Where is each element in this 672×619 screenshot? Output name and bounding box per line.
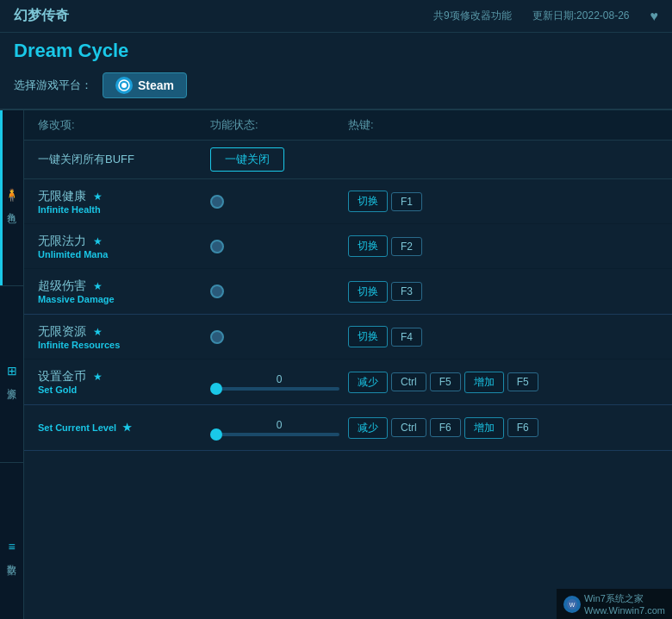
mod-zh-infinite-health: 无限健康 ★ [38, 189, 210, 204]
mod-en-infinite-resources: Infinite Resources [38, 340, 210, 350]
switch-btn-unlimited-mana[interactable]: 切换 [348, 235, 388, 257]
main-area: 🧍 角色 ⊞ 资源 ≡ 数据 修改项: 功能状态: 热键: 一键关闭所有BUFF… [0, 110, 672, 619]
one-click-button[interactable]: 一键关闭 [210, 147, 284, 172]
svg-text:W: W [569, 602, 576, 608]
update-date: 更新日期:2022-08-26 [532, 9, 630, 23]
column-headers: 修改项: 功能状态: 热键: [24, 110, 672, 141]
character-label: 角色 [5, 205, 18, 209]
section-resources: 无限资源 ★ Infinite Resources 切换 F4 设置金币 ★ S… [24, 315, 672, 405]
sidebar: 🧍 角色 ⊞ 资源 ≡ 数据 [0, 110, 24, 619]
toggle-infinite-health[interactable] [210, 195, 224, 209]
mod-row-massive-damage: 超级伤害 ★ Massive Damage 切换 F3 [24, 269, 672, 314]
increase-btn-set-current-level[interactable]: 增加 [464, 417, 504, 439]
decrease-btn-set-gold[interactable]: 减少 [348, 372, 388, 393]
favorite-icon[interactable]: ♥ [650, 9, 659, 24]
game-title: 幻梦传奇 [14, 7, 69, 25]
mod-row-infinite-health: 无限健康 ★ Infinite Health 切换 F1 [24, 179, 672, 224]
star-icon: ★ [93, 371, 103, 383]
mod-zh-massive-damage: 超级伤害 ★ [38, 278, 210, 294]
col-hotkey-header: 热键: [348, 117, 658, 133]
mod-row-set-gold: 设置金币 ★ Set Gold 0 减少 Ctrl F5 增加 F5 [24, 360, 672, 404]
f5-decrease-key-set-gold[interactable]: F5 [430, 372, 461, 391]
watermark-line1: Win7系统之家 [584, 592, 665, 605]
mod-status-infinite-resources [210, 330, 348, 344]
f5-increase-key-set-gold[interactable]: F5 [507, 372, 538, 391]
mod-name-set-current-level: Set Current Level ★ [38, 422, 210, 434]
toggle-unlimited-mana[interactable] [210, 240, 224, 253]
key-f2-unlimited-mana[interactable]: F2 [391, 237, 422, 256]
mod-row-unlimited-mana: 无限法力 ★ Unlimited Mana 切换 F2 [24, 224, 672, 269]
mod-status-infinite-health [210, 195, 348, 209]
ctrl-key-set-gold[interactable]: Ctrl [391, 372, 426, 391]
steam-button-label: Steam [138, 78, 174, 92]
watermark-line2: Www.Winwin7.com [584, 605, 665, 616]
mod-hotkey-infinite-resources: 切换 F4 [348, 326, 658, 347]
sidebar-item-data[interactable]: ≡ 数据 [0, 463, 23, 619]
toggle-massive-damage[interactable] [210, 284, 224, 298]
decrease-btn-set-current-level[interactable]: 减少 [348, 417, 388, 439]
watermark-text: Win7系统之家 Www.Winwin7.com [584, 592, 665, 616]
content-area: 修改项: 功能状态: 热键: 一键关闭所有BUFF 一键关闭 无限健康 ★ In… [24, 110, 672, 619]
character-icon: 🧍 [4, 188, 19, 202]
mod-en-infinite-health: Infinite Health [38, 204, 210, 215]
platform-label: 选择游戏平台： [14, 78, 92, 93]
section-data: Set Current Level ★ 0 减少 Ctrl F6 增加 F6 [24, 405, 672, 451]
mod-row-infinite-resources: 无限资源 ★ Infinite Resources 切换 F4 [24, 315, 672, 360]
watermark-logo: W [563, 596, 581, 613]
sidebar-item-resources[interactable]: ⊞ 资源 [0, 286, 23, 462]
one-click-status: 一键关闭 [210, 147, 348, 172]
f6-increase-key-set-current-level[interactable]: F6 [507, 418, 538, 437]
svg-point-1 [121, 83, 127, 88]
sidebar-item-character[interactable]: 🧍 角色 [0, 110, 23, 286]
one-click-label: 一键关闭所有BUFF [38, 152, 210, 167]
mod-row-set-current-level: Set Current Level ★ 0 减少 Ctrl F6 增加 F6 [24, 405, 672, 450]
mod-name-infinite-resources: 无限资源 ★ Infinite Resources [38, 324, 210, 350]
mod-zh-unlimited-mana: 无限法力 ★ [38, 234, 210, 249]
star-icon: ★ [93, 235, 103, 247]
mod-name-infinite-health: 无限健康 ★ Infinite Health [38, 189, 210, 215]
game-subtitle: Dream Cycle [0, 33, 672, 66]
mod-hotkey-set-current-level: 减少 Ctrl F6 增加 F6 [348, 417, 658, 439]
mod-hotkey-infinite-health: 切换 F1 [348, 191, 658, 212]
mod-zh-set-gold: 设置金币 ★ [38, 369, 210, 385]
increase-btn-set-gold[interactable]: 增加 [464, 372, 504, 393]
f6-decrease-key-set-current-level[interactable]: F6 [430, 418, 461, 437]
mod-status-set-gold: 0 [210, 373, 348, 391]
header-meta: 共9项修改器功能 更新日期:2022-08-26 ♥ [433, 9, 658, 24]
switch-btn-infinite-health[interactable]: 切换 [348, 191, 388, 212]
mod-name-unlimited-mana: 无限法力 ★ Unlimited Mana [38, 234, 210, 259]
one-click-bar: 一键关闭所有BUFF 一键关闭 [24, 141, 672, 179]
star-icon: ★ [122, 422, 132, 434]
mod-en-set-gold: Set Gold [38, 385, 210, 395]
mod-name-set-gold: 设置金币 ★ Set Gold [38, 369, 210, 395]
steam-platform-button[interactable]: Steam [103, 72, 187, 98]
mod-name-massive-damage: 超级伤害 ★ Massive Damage [38, 278, 210, 304]
mod-hotkey-set-gold: 减少 Ctrl F5 增加 F5 [348, 372, 658, 393]
data-icon: ≡ [8, 540, 15, 553]
mod-status-set-current-level: 0 [210, 419, 348, 436]
mod-status-massive-damage [210, 284, 348, 298]
ctrl-key-set-current-level[interactable]: Ctrl [391, 418, 426, 437]
star-icon: ★ [93, 280, 103, 292]
switch-btn-massive-damage[interactable]: 切换 [348, 281, 388, 303]
header: 幻梦传奇 共9项修改器功能 更新日期:2022-08-26 ♥ [0, 0, 672, 33]
key-f3-massive-damage[interactable]: F3 [391, 282, 422, 301]
key-f1-infinite-health[interactable]: F1 [391, 192, 422, 211]
data-label: 数据 [5, 557, 18, 560]
mod-hotkey-unlimited-mana: 切换 F2 [348, 235, 658, 257]
toggle-infinite-resources[interactable] [210, 330, 224, 344]
resources-icon: ⊞ [7, 364, 17, 378]
steam-icon [115, 77, 133, 94]
switch-btn-infinite-resources[interactable]: 切换 [348, 326, 388, 347]
mod-count: 共9项修改器功能 [433, 9, 512, 23]
resources-label: 资源 [5, 381, 18, 385]
key-f4-infinite-resources[interactable]: F4 [391, 328, 422, 347]
mod-hotkey-massive-damage: 切换 F3 [348, 281, 658, 303]
star-icon: ★ [93, 326, 103, 338]
watermark: W Win7系统之家 Www.Winwin7.com [557, 589, 672, 619]
slider-set-current-level[interactable] [210, 433, 339, 436]
slider-set-gold[interactable] [210, 387, 339, 391]
mod-zh-infinite-resources: 无限资源 ★ [38, 324, 210, 340]
mod-en-set-current-level: Set Current Level ★ [38, 422, 210, 434]
platform-section: 选择游戏平台： Steam [0, 66, 672, 110]
